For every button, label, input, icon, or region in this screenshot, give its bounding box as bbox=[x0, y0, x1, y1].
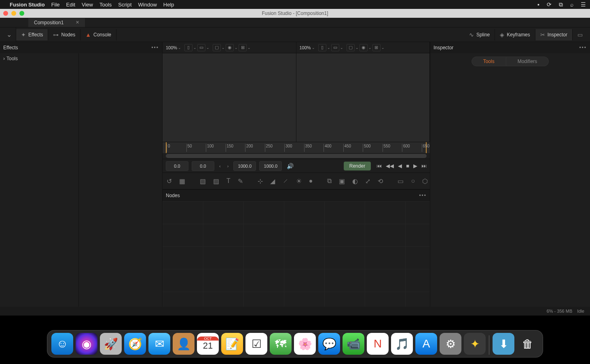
menu-icon[interactable]: ☰ bbox=[581, 1, 586, 8]
stop-icon[interactable]: ■ bbox=[406, 163, 409, 169]
maximize-window-button[interactable] bbox=[19, 11, 24, 16]
mail-icon[interactable]: ✉ bbox=[148, 333, 170, 355]
fastnoise-tool-icon[interactable]: ▨ bbox=[213, 176, 219, 186]
color2-icon[interactable]: ◉ bbox=[359, 44, 368, 51]
inspector-tab-modifiers[interactable]: Modifiers bbox=[506, 57, 549, 66]
bluetooth-icon[interactable]: ⟳ bbox=[547, 1, 552, 8]
audio-icon[interactable]: 🔊 bbox=[287, 163, 294, 169]
prev-keyframe-icon[interactable]: ‹ bbox=[218, 164, 222, 168]
tracker-tool-icon[interactable]: ⊹ bbox=[258, 176, 263, 186]
ellipse-tool-icon[interactable]: ○ bbox=[411, 176, 415, 186]
next-keyframe-icon[interactable]: › bbox=[226, 164, 231, 168]
notes-icon[interactable]: 📝 bbox=[221, 333, 243, 355]
colorcorrect-tool-icon[interactable]: ◢ bbox=[270, 176, 275, 186]
inspector-toggle[interactable]: ✂ Inspector bbox=[535, 29, 573, 40]
menu-edit[interactable]: Edit bbox=[66, 2, 75, 8]
saver-tool-icon[interactable]: ▦ bbox=[179, 176, 185, 186]
layout-dropdown[interactable]: ⌄ bbox=[2, 27, 16, 42]
range-b-field[interactable]: 1000.0 bbox=[259, 161, 282, 171]
rectangle-tool-icon[interactable]: ▭ bbox=[398, 176, 404, 186]
nodes-graph[interactable] bbox=[163, 201, 430, 307]
viewer-left[interactable] bbox=[163, 53, 296, 142]
safari-icon[interactable]: 🧭 bbox=[124, 333, 146, 355]
view-mode-b-icon[interactable]: ▭ bbox=[197, 44, 205, 51]
paint-tool-icon[interactable]: ✎ bbox=[238, 176, 243, 186]
calendar-icon[interactable]: OCT 21 bbox=[197, 333, 219, 355]
music-icon[interactable]: 🎵 bbox=[391, 333, 413, 355]
resize-tool-icon[interactable]: ⤢ bbox=[365, 176, 370, 186]
grid2-icon[interactable]: ⊞ bbox=[372, 44, 381, 51]
console-toggle[interactable]: ▲ Console bbox=[80, 29, 116, 40]
fusion-icon[interactable]: ✦ bbox=[464, 333, 486, 355]
chat-icon[interactable]: ▪ bbox=[537, 1, 539, 8]
zoom-left[interactable]: 100%⌄ bbox=[166, 45, 181, 50]
news-icon[interactable]: N bbox=[367, 333, 389, 355]
keyframes-toggle[interactable]: ◈ Keyframes bbox=[495, 29, 535, 40]
start-time-field[interactable]: 0.0 bbox=[166, 161, 188, 171]
roi2-icon[interactable]: ▢ bbox=[347, 44, 355, 51]
app-name[interactable]: Fusion Studio bbox=[10, 2, 45, 8]
appstore-icon[interactable]: A bbox=[415, 333, 437, 355]
menu-script[interactable]: Script bbox=[118, 2, 131, 8]
channelbool-tool-icon[interactable]: ▣ bbox=[339, 176, 345, 186]
maps-icon[interactable]: 🗺 bbox=[270, 333, 292, 355]
menu-window[interactable]: Window bbox=[138, 2, 157, 8]
effects-toggle[interactable]: ✦ Effects bbox=[16, 29, 48, 40]
play-icon[interactable]: ▶ bbox=[413, 163, 417, 169]
contacts-icon[interactable]: 👤 bbox=[173, 333, 195, 355]
close-window-button[interactable] bbox=[3, 11, 8, 16]
scrollbar-thumb[interactable] bbox=[166, 154, 427, 158]
go-start-icon[interactable]: ⏮ bbox=[376, 163, 382, 169]
zoom-right[interactable]: 100%⌄ bbox=[300, 45, 315, 50]
merge-tool-icon[interactable]: ⧉ bbox=[327, 176, 332, 186]
menu-help[interactable]: Help bbox=[163, 2, 174, 8]
reminders-icon[interactable]: ☑ bbox=[245, 333, 267, 355]
go-end-icon[interactable]: ⏭ bbox=[421, 163, 427, 169]
display-toggle[interactable]: ▭ bbox=[573, 29, 588, 40]
minimize-window-button[interactable] bbox=[11, 11, 16, 16]
siri-icon[interactable]: ◉ bbox=[76, 333, 97, 355]
photos-icon[interactable]: 🌸 bbox=[294, 333, 316, 355]
timeline-ruler[interactable]: 0501001502002503003504004505005506006507… bbox=[163, 142, 430, 153]
range-a-field[interactable]: 1000.0 bbox=[233, 161, 256, 171]
finder-icon[interactable]: ☺ bbox=[51, 333, 73, 355]
background-tool-icon[interactable]: ▧ bbox=[200, 176, 206, 186]
effects-menu-icon[interactable]: ••• bbox=[151, 45, 159, 50]
view-mode-a-icon[interactable]: ▯ bbox=[184, 44, 192, 51]
text-tool-icon[interactable]: T bbox=[226, 176, 231, 186]
facetime-icon[interactable]: 📹 bbox=[343, 333, 364, 355]
trash-icon[interactable]: 🗑 bbox=[517, 333, 539, 355]
launchpad-icon[interactable]: 🚀 bbox=[100, 333, 122, 355]
menu-view[interactable]: View bbox=[82, 2, 93, 8]
transform-tool-icon[interactable]: ⟲ bbox=[378, 176, 383, 186]
blur-tool-icon[interactable]: ● bbox=[309, 176, 313, 186]
tree-item-tools[interactable]: › Tools bbox=[3, 55, 75, 62]
messages-icon[interactable]: 💬 bbox=[318, 333, 340, 355]
downloads-icon[interactable]: ⬇ bbox=[493, 333, 514, 355]
curves-tool-icon[interactable]: ⟋ bbox=[282, 176, 289, 186]
view-mode-a2-icon[interactable]: ▯ bbox=[318, 44, 326, 51]
viewer-right[interactable] bbox=[296, 53, 430, 142]
current-time-field[interactable]: 0.0 bbox=[192, 161, 214, 171]
inspector-menu-icon[interactable]: ••• bbox=[579, 45, 587, 50]
color-icon[interactable]: ◉ bbox=[226, 44, 234, 51]
loader-tool-icon[interactable]: ↺ bbox=[167, 176, 172, 186]
display-icon[interactable]: ⧉ bbox=[559, 1, 563, 8]
menu-tools[interactable]: Tools bbox=[99, 2, 112, 8]
polygon-tool-icon[interactable]: ⬡ bbox=[422, 176, 428, 186]
settings-icon[interactable]: ⚙ bbox=[440, 333, 461, 355]
spline-toggle[interactable]: ∿ Spline bbox=[464, 29, 495, 40]
grid-icon[interactable]: ⊞ bbox=[239, 44, 247, 51]
composition-tab[interactable]: Composition1 ✕ bbox=[28, 18, 85, 27]
roi-icon[interactable]: ▢ bbox=[213, 44, 221, 51]
matte-tool-icon[interactable]: ◐ bbox=[352, 176, 358, 186]
timeline-scrollbar[interactable] bbox=[166, 154, 427, 158]
render-button[interactable]: Render bbox=[344, 162, 371, 170]
step-back-icon[interactable]: ◀◀ bbox=[386, 163, 394, 169]
inspector-tab-tools[interactable]: Tools bbox=[472, 57, 506, 66]
nodes-menu-icon[interactable]: ••• bbox=[419, 193, 427, 198]
close-tab-icon[interactable]: ✕ bbox=[76, 20, 79, 25]
play-reverse-icon[interactable]: ◀ bbox=[398, 163, 402, 169]
nodes-toggle[interactable]: ⊶ Nodes bbox=[48, 29, 80, 40]
menu-file[interactable]: File bbox=[51, 2, 60, 8]
